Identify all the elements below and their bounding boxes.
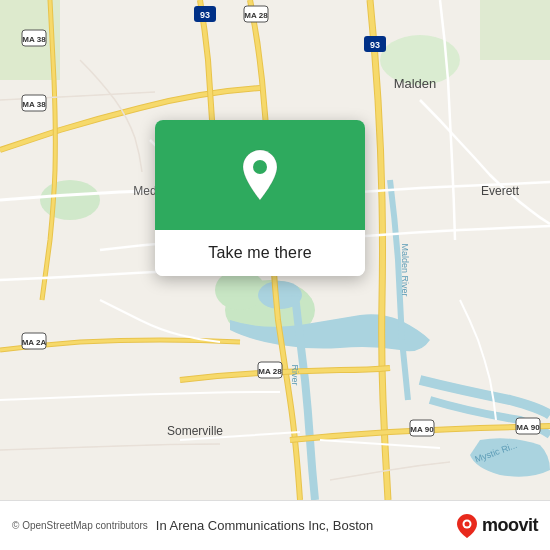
svg-text:Somerville: Somerville bbox=[167, 424, 223, 438]
svg-text:MA 28: MA 28 bbox=[258, 367, 282, 376]
svg-text:MA 90: MA 90 bbox=[516, 423, 540, 432]
moovit-brand-text: moovit bbox=[482, 515, 538, 536]
business-name: In Arena Communications Inc, Boston bbox=[156, 518, 374, 533]
svg-text:MA 2A: MA 2A bbox=[22, 338, 47, 347]
svg-text:MA 28: MA 28 bbox=[244, 11, 268, 20]
svg-point-2 bbox=[215, 270, 265, 310]
svg-text:River: River bbox=[290, 364, 300, 385]
svg-text:93: 93 bbox=[200, 10, 210, 20]
popup-card: Take me there bbox=[155, 120, 365, 276]
svg-text:93: 93 bbox=[370, 40, 380, 50]
svg-text:MA 38: MA 38 bbox=[22, 100, 46, 109]
svg-text:Everett: Everett bbox=[481, 184, 520, 198]
svg-rect-4 bbox=[480, 0, 550, 60]
moovit-logo-icon bbox=[456, 513, 478, 539]
svg-point-35 bbox=[464, 521, 469, 526]
moovit-logo: moovit bbox=[456, 513, 538, 539]
svg-text:MA 38: MA 38 bbox=[22, 35, 46, 44]
svg-text:Malden: Malden bbox=[394, 76, 437, 91]
popup-green-header bbox=[155, 120, 365, 230]
svg-text:Malden River: Malden River bbox=[400, 243, 410, 296]
location-pin-icon bbox=[238, 148, 282, 202]
svg-point-5 bbox=[40, 180, 100, 220]
take-me-there-button[interactable]: Take me there bbox=[155, 230, 365, 276]
svg-point-33 bbox=[253, 160, 267, 174]
svg-text:MA 90: MA 90 bbox=[410, 425, 434, 434]
bottom-bar: © OpenStreetMap contributors In Arena Co… bbox=[0, 500, 550, 550]
map-attribution: © OpenStreetMap contributors bbox=[12, 520, 148, 531]
